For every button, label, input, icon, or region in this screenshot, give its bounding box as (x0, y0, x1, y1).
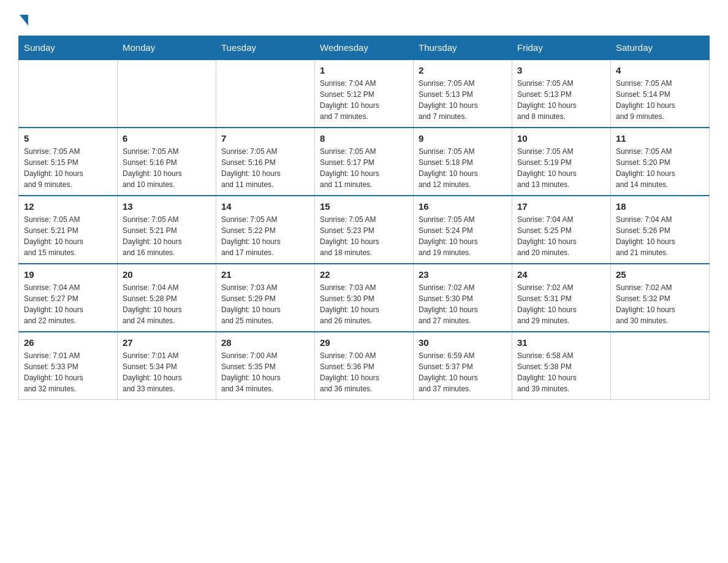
day-info: Sunrise: 7:05 AMSunset: 5:13 PMDaylight:… (419, 78, 507, 122)
calendar-header-wednesday: Wednesday (315, 36, 414, 60)
day-info: Sunrise: 7:01 AMSunset: 5:33 PMDaylight:… (24, 350, 112, 394)
day-info: Sunrise: 7:05 AMSunset: 5:21 PMDaylight:… (24, 214, 112, 258)
calendar-header-tuesday: Tuesday (216, 36, 315, 60)
calendar-cell: 28Sunrise: 7:00 AMSunset: 5:35 PMDayligh… (216, 332, 315, 400)
day-info: Sunrise: 7:05 AMSunset: 5:13 PMDaylight:… (517, 78, 605, 122)
calendar-cell: 6Sunrise: 7:05 AMSunset: 5:16 PMDaylight… (118, 128, 216, 196)
calendar-cell: 18Sunrise: 7:04 AMSunset: 5:26 PMDayligh… (611, 196, 710, 264)
day-number: 14 (221, 201, 309, 212)
day-number: 3 (517, 65, 605, 75)
day-number: 25 (616, 269, 704, 280)
calendar-header-sunday: Sunday (19, 36, 118, 60)
calendar-cell: 25Sunrise: 7:02 AMSunset: 5:32 PMDayligh… (611, 264, 710, 332)
day-info: Sunrise: 7:04 AMSunset: 5:12 PMDaylight:… (320, 78, 408, 122)
day-number: 24 (517, 269, 605, 280)
day-info: Sunrise: 7:02 AMSunset: 5:31 PMDaylight:… (517, 282, 605, 326)
calendar-cell: 2Sunrise: 7:05 AMSunset: 5:13 PMDaylight… (414, 59, 512, 128)
day-info: Sunrise: 7:04 AMSunset: 5:26 PMDaylight:… (616, 214, 704, 258)
calendar-week-row: 1Sunrise: 7:04 AMSunset: 5:12 PMDaylight… (19, 59, 710, 128)
calendar-table: SundayMondayTuesdayWednesdayThursdayFrid… (18, 36, 710, 400)
calendar-cell: 26Sunrise: 7:01 AMSunset: 5:33 PMDayligh… (19, 332, 118, 400)
day-number: 28 (221, 337, 309, 348)
calendar-week-row: 12Sunrise: 7:05 AMSunset: 5:21 PMDayligh… (19, 196, 710, 264)
day-info: Sunrise: 6:59 AMSunset: 5:37 PMDaylight:… (419, 350, 507, 394)
day-info: Sunrise: 7:04 AMSunset: 5:25 PMDaylight:… (517, 214, 605, 258)
calendar-week-row: 5Sunrise: 7:05 AMSunset: 5:15 PMDaylight… (19, 128, 710, 196)
logo-arrow-icon (20, 15, 28, 26)
calendar-header-friday: Friday (512, 36, 611, 60)
day-info: Sunrise: 7:05 AMSunset: 5:21 PMDaylight:… (123, 214, 211, 258)
day-number: 19 (24, 269, 112, 280)
calendar-cell: 3Sunrise: 7:05 AMSunset: 5:13 PMDaylight… (512, 59, 611, 128)
day-number: 29 (320, 337, 408, 348)
day-number: 20 (123, 269, 211, 280)
calendar-cell: 15Sunrise: 7:05 AMSunset: 5:23 PMDayligh… (315, 196, 414, 264)
day-info: Sunrise: 7:05 AMSunset: 5:19 PMDaylight:… (517, 146, 605, 190)
day-number: 17 (517, 201, 605, 212)
day-info: Sunrise: 6:58 AMSunset: 5:38 PMDaylight:… (517, 350, 605, 394)
day-number: 31 (517, 337, 605, 348)
logo (18, 12, 28, 25)
day-info: Sunrise: 7:05 AMSunset: 5:22 PMDaylight:… (221, 214, 309, 258)
day-number: 23 (419, 269, 507, 280)
day-info: Sunrise: 7:05 AMSunset: 5:16 PMDaylight:… (221, 146, 309, 190)
calendar-cell: 20Sunrise: 7:04 AMSunset: 5:28 PMDayligh… (118, 264, 216, 332)
day-info: Sunrise: 7:03 AMSunset: 5:30 PMDaylight:… (320, 282, 408, 326)
calendar-cell: 13Sunrise: 7:05 AMSunset: 5:21 PMDayligh… (118, 196, 216, 264)
day-number: 26 (24, 337, 112, 348)
day-number: 15 (320, 201, 408, 212)
day-number: 5 (24, 133, 112, 144)
calendar-cell: 7Sunrise: 7:05 AMSunset: 5:16 PMDaylight… (216, 128, 315, 196)
day-number: 12 (24, 201, 112, 212)
day-info: Sunrise: 7:04 AMSunset: 5:27 PMDaylight:… (24, 282, 112, 326)
day-number: 7 (221, 133, 309, 144)
calendar-cell: 16Sunrise: 7:05 AMSunset: 5:24 PMDayligh… (414, 196, 512, 264)
day-number: 9 (419, 133, 507, 144)
day-number: 8 (320, 133, 408, 144)
calendar-cell: 8Sunrise: 7:05 AMSunset: 5:17 PMDaylight… (315, 128, 414, 196)
calendar-cell (611, 332, 710, 400)
day-number: 22 (320, 269, 408, 280)
calendar-header-saturday: Saturday (611, 36, 710, 60)
calendar-cell: 10Sunrise: 7:05 AMSunset: 5:19 PMDayligh… (512, 128, 611, 196)
day-number: 11 (616, 133, 704, 144)
calendar-cell: 1Sunrise: 7:04 AMSunset: 5:12 PMDaylight… (315, 59, 414, 128)
calendar-week-row: 19Sunrise: 7:04 AMSunset: 5:27 PMDayligh… (19, 264, 710, 332)
day-number: 10 (517, 133, 605, 144)
day-info: Sunrise: 7:05 AMSunset: 5:14 PMDaylight:… (616, 78, 704, 122)
calendar-cell (118, 59, 216, 128)
day-info: Sunrise: 7:05 AMSunset: 5:17 PMDaylight:… (320, 146, 408, 190)
day-info: Sunrise: 7:00 AMSunset: 5:35 PMDaylight:… (221, 350, 309, 394)
calendar-cell: 30Sunrise: 6:59 AMSunset: 5:37 PMDayligh… (414, 332, 512, 400)
calendar-cell: 17Sunrise: 7:04 AMSunset: 5:25 PMDayligh… (512, 196, 611, 264)
calendar-cell (19, 59, 118, 128)
day-info: Sunrise: 7:05 AMSunset: 5:20 PMDaylight:… (616, 146, 704, 190)
calendar-cell: 27Sunrise: 7:01 AMSunset: 5:34 PMDayligh… (118, 332, 216, 400)
day-info: Sunrise: 7:00 AMSunset: 5:36 PMDaylight:… (320, 350, 408, 394)
calendar-cell: 9Sunrise: 7:05 AMSunset: 5:18 PMDaylight… (414, 128, 512, 196)
day-info: Sunrise: 7:03 AMSunset: 5:29 PMDaylight:… (221, 282, 309, 326)
calendar-cell: 29Sunrise: 7:00 AMSunset: 5:36 PMDayligh… (315, 332, 414, 400)
day-info: Sunrise: 7:05 AMSunset: 5:15 PMDaylight:… (24, 146, 112, 190)
calendar-cell: 14Sunrise: 7:05 AMSunset: 5:22 PMDayligh… (216, 196, 315, 264)
page-header (18, 12, 710, 25)
calendar-cell: 24Sunrise: 7:02 AMSunset: 5:31 PMDayligh… (512, 264, 611, 332)
day-info: Sunrise: 7:04 AMSunset: 5:28 PMDaylight:… (123, 282, 211, 326)
calendar-cell: 19Sunrise: 7:04 AMSunset: 5:27 PMDayligh… (19, 264, 118, 332)
calendar-cell (216, 59, 315, 128)
day-number: 21 (221, 269, 309, 280)
calendar-cell: 22Sunrise: 7:03 AMSunset: 5:30 PMDayligh… (315, 264, 414, 332)
day-info: Sunrise: 7:02 AMSunset: 5:30 PMDaylight:… (419, 282, 507, 326)
day-number: 27 (123, 337, 211, 348)
calendar-cell: 23Sunrise: 7:02 AMSunset: 5:30 PMDayligh… (414, 264, 512, 332)
calendar-header-thursday: Thursday (414, 36, 512, 60)
calendar-cell: 21Sunrise: 7:03 AMSunset: 5:29 PMDayligh… (216, 264, 315, 332)
calendar-cell: 31Sunrise: 6:58 AMSunset: 5:38 PMDayligh… (512, 332, 611, 400)
day-info: Sunrise: 7:05 AMSunset: 5:23 PMDaylight:… (320, 214, 408, 258)
calendar-cell: 5Sunrise: 7:05 AMSunset: 5:15 PMDaylight… (19, 128, 118, 196)
day-number: 18 (616, 201, 704, 212)
day-number: 16 (419, 201, 507, 212)
calendar-cell: 12Sunrise: 7:05 AMSunset: 5:21 PMDayligh… (19, 196, 118, 264)
day-number: 6 (123, 133, 211, 144)
day-info: Sunrise: 7:01 AMSunset: 5:34 PMDaylight:… (123, 350, 211, 394)
